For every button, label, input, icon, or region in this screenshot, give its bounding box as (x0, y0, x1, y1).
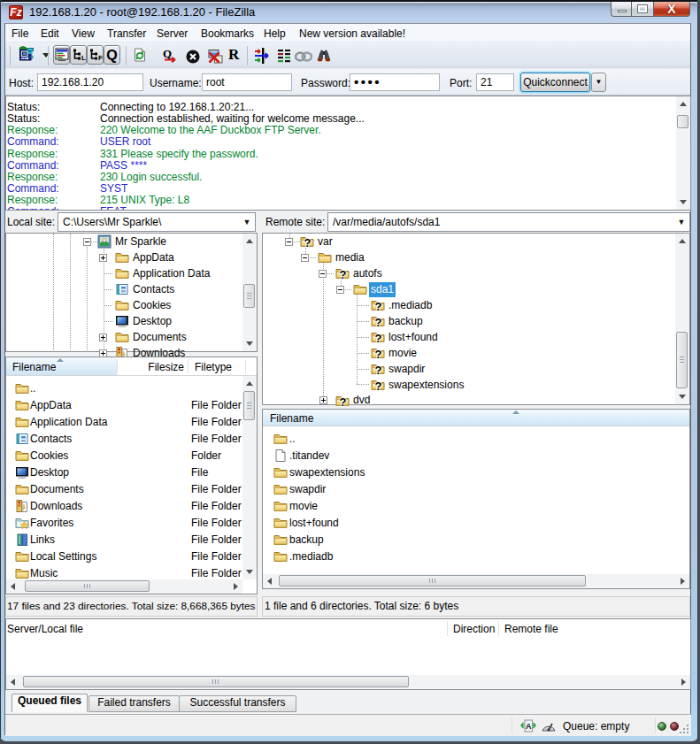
svg-text:Q: Q (163, 48, 172, 60)
svg-text:L: L (81, 54, 86, 62)
svg-text:F: F (98, 54, 103, 62)
svg-text:A: A (526, 722, 532, 731)
